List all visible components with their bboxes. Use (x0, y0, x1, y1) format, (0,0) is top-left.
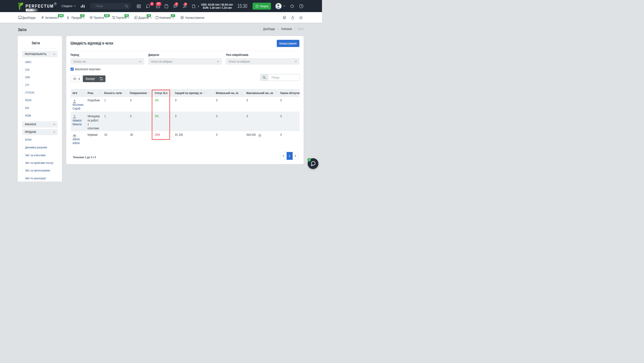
svg-text:?: ? (300, 5, 302, 7)
